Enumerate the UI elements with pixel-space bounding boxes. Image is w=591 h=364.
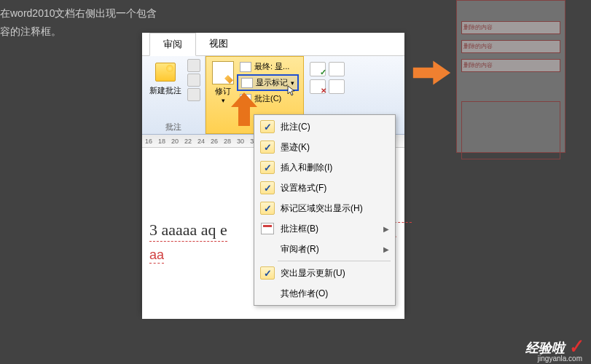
display-label: 最终: 显...: [254, 61, 289, 72]
ribbon-tabs: 审阅 视图: [142, 33, 404, 56]
doc-text-2: aa: [149, 248, 164, 264]
delete-comment-icon[interactable]: [187, 59, 200, 72]
menu-formatting[interactable]: ✓ 设置格式(F): [256, 178, 394, 198]
accept-icon[interactable]: [310, 62, 326, 76]
doc-text-1: 3 aaaaa aq e: [149, 221, 227, 242]
show-markup-button[interactable]: 显示标记 ▾: [237, 74, 299, 91]
menu-area-highlight-label: 标记区域突出显示(H): [281, 202, 389, 215]
check-icon: ✓: [264, 183, 272, 194]
menu-formatting-label: 设置格式(F): [281, 182, 389, 194]
menu-other-authors-label: 其他作者(O): [281, 288, 389, 300]
check-icon: ✓: [264, 162, 272, 173]
track-changes-label: 修订: [215, 86, 231, 97]
show-markup-menu: ✓ 批注(C) ✓ 墨迹(K) ✓ 插入和删除(I) ✓ 设置格式(F) ✓ 标…: [254, 114, 396, 306]
menu-separator: [278, 261, 391, 261]
show-markup-icon: [241, 78, 253, 88]
next-change-icon[interactable]: [329, 79, 345, 94]
preview-panel: 删除的内容 删除的内容 删除的内容: [456, 0, 565, 153]
new-comment-label: 新建批注: [149, 85, 181, 96]
chevron-right-icon: ▶: [383, 225, 389, 233]
menu-insertions[interactable]: ✓ 插入和删除(I): [256, 157, 394, 178]
new-comment-button[interactable]: 新建批注: [146, 59, 184, 98]
check-icon: ✓: [264, 268, 272, 279]
menu-other-authors[interactable]: 其他作者(O): [256, 283, 394, 304]
tab-view[interactable]: 视图: [196, 33, 241, 55]
menu-comments[interactable]: ✓ 批注(C): [256, 116, 394, 137]
menu-reviewers-label: 审阅者(R): [281, 243, 377, 256]
menu-balloons-label: 批注框(B): [281, 223, 377, 235]
menu-area-highlight[interactable]: ✓ 标记区域突出显示(H): [256, 198, 394, 218]
next-comment-icon[interactable]: [187, 88, 200, 101]
menu-ink-label: 墨迹(K): [281, 141, 389, 154]
cursor-icon: [287, 85, 296, 97]
display-for-review[interactable]: 最终: 显...: [237, 60, 299, 74]
check-icon: ✓: [264, 142, 272, 153]
preview-deleted-3: 删除的内容: [461, 59, 560, 72]
preview-deleted-2: 删除的内容: [461, 40, 560, 53]
arrow-up-icon: [230, 91, 259, 127]
comments-group: 新建批注 批注: [142, 56, 206, 134]
menu-ink[interactable]: ✓ 墨迹(K): [256, 137, 394, 157]
new-comment-icon: [155, 63, 176, 82]
check-icon: ✓: [264, 203, 272, 214]
display-icon: [240, 62, 251, 72]
preview-box: [461, 101, 560, 159]
instruction-text-1: 在word2010文档右侧出现一个包含: [0, 7, 157, 20]
watermark-brand: 经验啦 ✓: [525, 336, 582, 357]
instruction-text-2: 容的注释框。: [0, 25, 61, 39]
show-markup-label: 显示标记: [256, 77, 288, 88]
word-window: 审阅 视图 新建批注 批注 修订: [142, 33, 404, 313]
reject-icon[interactable]: [310, 79, 326, 94]
track-changes-icon: [212, 61, 234, 84]
chevron-right-icon: ▶: [383, 245, 389, 253]
menu-highlight-updates[interactable]: ✓ 突出显示更新(U): [256, 263, 394, 283]
arrow-right-icon: [412, 58, 452, 87]
watermark-url: jingyanla.com: [538, 355, 582, 363]
prev-comment-icon[interactable]: [187, 74, 200, 87]
preview-deleted-1: 删除的内容: [461, 21, 560, 34]
menu-balloons[interactable]: 批注框(B) ▶: [256, 218, 394, 239]
check-icon: ✓: [264, 122, 272, 132]
comments-group-label: 批注: [146, 120, 200, 132]
menu-reviewers[interactable]: 审阅者(R) ▶: [256, 239, 394, 259]
prev-change-icon[interactable]: [329, 62, 345, 76]
tab-review[interactable]: 审阅: [149, 33, 196, 56]
menu-insertions-label: 插入和删除(I): [281, 162, 389, 174]
menu-comments-label: 批注(C): [281, 121, 389, 133]
balloon-icon: [261, 223, 274, 234]
menu-highlight-updates-label: 突出显示更新(U): [281, 267, 389, 280]
